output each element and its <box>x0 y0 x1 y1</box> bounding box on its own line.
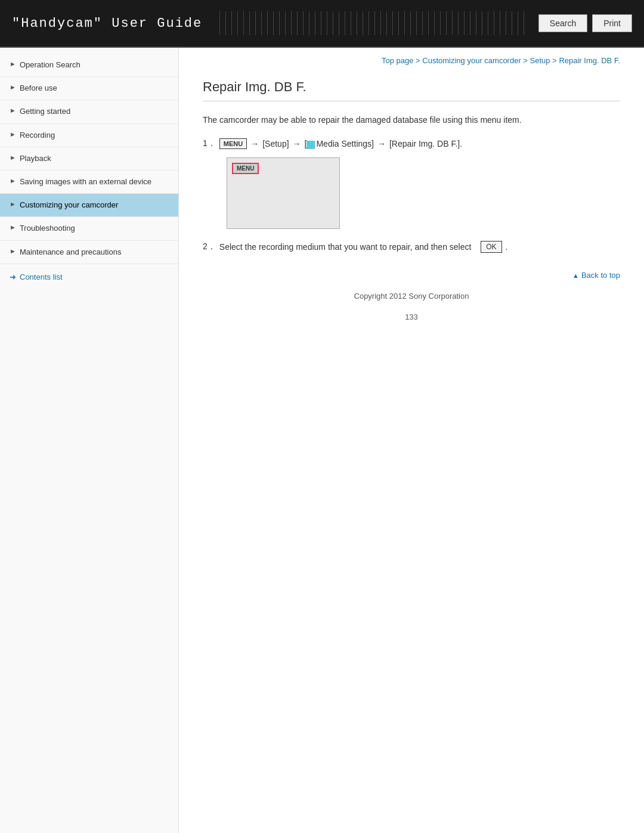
search-button[interactable]: Search <box>538 14 587 32</box>
sidebar-item-before-use[interactable]: ► Before use <box>0 77 178 100</box>
chevron-right-icon: ► <box>10 131 16 138</box>
page-description: The camcorder may be able to repair the … <box>203 113 620 126</box>
sidebar-item-saving-images[interactable]: ► Saving images with an external device <box>0 171 178 194</box>
chevron-right-icon: ► <box>10 247 16 255</box>
triangle-up-icon: ▲ <box>572 272 579 279</box>
contents-list-link[interactable]: ➜ Contents list <box>0 264 178 290</box>
sidebar-item-label: Maintenance and precautions <box>20 247 122 258</box>
sidebar: ► Operation Search ► Before use ► Gettin… <box>0 48 179 833</box>
step-2-number: 2． <box>203 241 216 252</box>
print-button[interactable]: Print <box>592 14 632 32</box>
contents-list-label: Contents list <box>20 272 63 281</box>
sidebar-item-operation-search[interactable]: ► Operation Search <box>0 54 178 77</box>
back-to-top-label: Back to top <box>581 271 620 280</box>
arrow-icon: → <box>250 139 259 148</box>
step-2-line: 2． Select the recording medium that you … <box>203 241 620 253</box>
sidebar-item-label: Recording <box>20 130 55 141</box>
sidebar-item-getting-started[interactable]: ► Getting started <box>0 100 178 123</box>
menu-button-label: MENU <box>219 138 247 149</box>
header-decoration <box>214 11 527 35</box>
chevron-right-icon: ► <box>10 224 16 231</box>
sidebar-item-troubleshooting[interactable]: ► Troubleshooting <box>0 217 178 240</box>
sidebar-item-customizing[interactable]: ► Customizing your camcorder <box>0 194 178 217</box>
content-footer: ▲ Back to top <box>203 265 620 280</box>
breadcrumb-separator: > <box>523 56 530 65</box>
page-title: Repair Img. DB F. <box>203 79 620 101</box>
sidebar-item-label: Playback <box>20 153 51 164</box>
step-2-period: . <box>506 242 508 252</box>
chevron-right-icon: ► <box>10 60 16 67</box>
menu-screen-button: MENU <box>232 163 259 174</box>
step-1-repair: [Repair Img. DB F.]. <box>389 139 462 148</box>
step-1: 1． MENU → [Setup] → [Media Settings] → [… <box>203 138 620 229</box>
chevron-right-icon: ► <box>10 154 16 161</box>
sidebar-item-label: Operation Search <box>20 60 80 70</box>
chevron-right-icon: ► <box>10 107 16 114</box>
sidebar-item-label: Customizing your camcorder <box>20 200 118 210</box>
header: "Handycam" User Guide Search Print <box>0 0 644 48</box>
chevron-right-icon: ► <box>10 83 16 91</box>
sidebar-item-label: Troubleshooting <box>20 223 75 234</box>
media-color-icon <box>306 141 315 149</box>
main-container: ► Operation Search ► Before use ► Gettin… <box>0 48 644 833</box>
page-number: 133 <box>203 306 620 327</box>
step-2-text: Select the recording medium that you wan… <box>219 242 472 252</box>
breadcrumb-top[interactable]: Top page <box>382 56 414 65</box>
breadcrumb: Top page > Customizing your camcorder > … <box>203 48 620 73</box>
chevron-right-icon: ► <box>10 177 16 184</box>
sidebar-item-label: Before use <box>20 83 57 94</box>
arrow-icon-3: → <box>377 139 386 148</box>
breadcrumb-customizing[interactable]: Customizing your camcorder <box>422 56 521 65</box>
step-1-text-setup: [Setup] <box>262 139 289 148</box>
sidebar-item-maintenance[interactable]: ► Maintenance and precautions <box>0 241 178 264</box>
sidebar-item-label: Getting started <box>20 106 70 117</box>
copyright-text: Copyright 2012 Sony Corporation <box>203 280 620 306</box>
content-area: Top page > Customizing your camcorder > … <box>179 48 644 833</box>
breadcrumb-separator: > <box>552 56 559 65</box>
menu-screenshot: MENU <box>227 157 340 229</box>
breadcrumb-separator: > <box>416 56 422 65</box>
step-1-media-icon: [Media Settings] <box>305 139 374 148</box>
step-2: 2． Select the recording medium that you … <box>203 241 620 253</box>
arrow-icon-2: → <box>293 139 301 148</box>
sidebar-item-label: Saving images with an external device <box>20 176 151 187</box>
step-1-line: 1． MENU → [Setup] → [Media Settings] → [… <box>203 138 620 149</box>
back-to-top-link[interactable]: ▲ Back to top <box>572 271 620 280</box>
header-buttons: Search Print <box>538 14 632 32</box>
sidebar-item-playback[interactable]: ► Playback <box>0 147 178 171</box>
ok-button-label: OK <box>481 241 501 253</box>
step-1-number: 1． <box>203 138 216 149</box>
chevron-right-icon: ► <box>10 200 16 208</box>
breadcrumb-current: Repair Img. DB F. <box>559 56 620 65</box>
app-title: "Handycam" User Guide <box>12 16 202 31</box>
sidebar-item-recording[interactable]: ► Recording <box>0 124 178 147</box>
breadcrumb-setup[interactable]: Setup <box>530 56 550 65</box>
arrow-right-icon: ➜ <box>10 272 16 281</box>
